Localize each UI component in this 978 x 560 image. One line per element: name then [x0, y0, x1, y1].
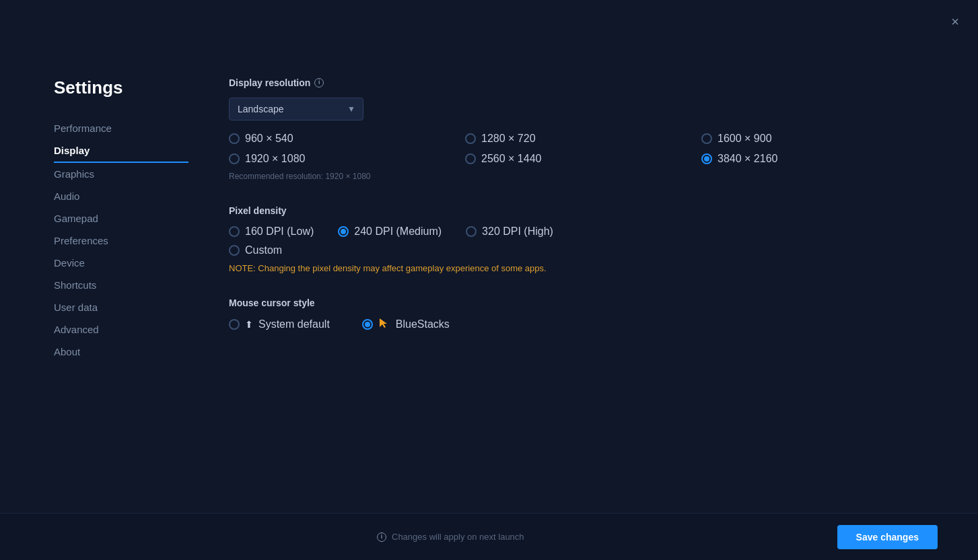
- sidebar-item-audio[interactable]: Audio: [54, 185, 188, 207]
- pixel-density-options: 160 DPI (Low) 240 DPI (Medium) 320 DPI (…: [229, 225, 938, 238]
- dpi-320[interactable]: 320 DPI (High): [466, 225, 553, 238]
- footer-info-icon: i: [377, 532, 386, 542]
- pixel-density-section: Pixel density 160 DPI (Low) 240 DPI (Med…: [229, 205, 938, 273]
- pixel-density-title: Pixel density: [229, 205, 938, 216]
- close-icon: ×: [951, 14, 959, 29]
- resolution-options: 960 × 540 1280 × 720 1600 × 900 1920 × 1…: [229, 133, 938, 165]
- dpi-custom[interactable]: Custom: [229, 244, 282, 256]
- pixel-density-custom-row: Custom: [229, 244, 938, 256]
- cursor-system-default[interactable]: ⬆ System default: [229, 318, 330, 330]
- dpi-240[interactable]: 240 DPI (Medium): [338, 225, 442, 238]
- footer-note: i Changes will apply on next launch: [377, 532, 524, 542]
- orientation-dropdown[interactable]: Landscape Portrait: [229, 98, 363, 120]
- sidebar-item-userdata[interactable]: User data: [54, 296, 188, 318]
- sidebar: Settings Performance Display Graphics Au…: [0, 40, 188, 560]
- cursor-options: ⬆ System default BlueStacks: [229, 318, 938, 331]
- dpi-160[interactable]: 160 DPI (Low): [229, 225, 314, 238]
- sidebar-item-graphics[interactable]: Graphics: [54, 163, 188, 185]
- settings-container: Settings Performance Display Graphics Au…: [0, 0, 978, 560]
- sidebar-item-display[interactable]: Display: [54, 139, 188, 163]
- footer-note-text: Changes will apply on next launch: [392, 532, 524, 542]
- save-changes-button[interactable]: Save changes: [837, 525, 938, 549]
- sidebar-item-gamepad[interactable]: Gamepad: [54, 207, 188, 230]
- display-resolution-section: Display resolution i Landscape Portrait …: [229, 77, 938, 181]
- sidebar-item-preferences[interactable]: Preferences: [54, 230, 188, 252]
- recommended-resolution-text: Recommended resolution: 1920 × 1080: [229, 172, 938, 181]
- mouse-cursor-section: Mouse cursor style ⬆ System default Blue…: [229, 298, 938, 331]
- page-title: Settings: [54, 77, 188, 98]
- orientation-dropdown-wrapper: Landscape Portrait ▼: [229, 98, 363, 120]
- sidebar-item-performance[interactable]: Performance: [54, 117, 188, 139]
- display-resolution-info-icon: i: [314, 78, 324, 88]
- resolution-1280x720[interactable]: 1280 × 720: [465, 133, 701, 145]
- resolution-1600x900[interactable]: 1600 × 900: [701, 133, 938, 145]
- resolution-960x540[interactable]: 960 × 540: [229, 133, 465, 145]
- mouse-cursor-title: Mouse cursor style: [229, 298, 938, 308]
- sidebar-item-device[interactable]: Device: [54, 252, 188, 274]
- system-cursor-icon: ⬆: [245, 319, 253, 330]
- close-button[interactable]: ×: [946, 12, 965, 31]
- cursor-bluestacks[interactable]: BlueStacks: [362, 318, 450, 331]
- display-resolution-title: Display resolution i: [229, 77, 938, 88]
- svg-marker-0: [380, 318, 387, 328]
- pixel-density-note: NOTE: Changing the pixel density may aff…: [229, 263, 938, 273]
- resolution-2560x1440[interactable]: 2560 × 1440: [465, 153, 701, 165]
- sidebar-item-advanced[interactable]: Advanced: [54, 318, 188, 341]
- sidebar-nav: Performance Display Graphics Audio Gamep…: [54, 117, 188, 363]
- resolution-3840x2160[interactable]: 3840 × 2160: [701, 153, 938, 165]
- footer: i Changes will apply on next launch Save…: [0, 513, 978, 560]
- sidebar-item-shortcuts[interactable]: Shortcuts: [54, 274, 188, 296]
- sidebar-item-about[interactable]: About: [54, 341, 188, 363]
- resolution-1920x1080[interactable]: 1920 × 1080: [229, 153, 465, 165]
- main-content: Display resolution i Landscape Portrait …: [188, 40, 978, 560]
- bluestacks-cursor-icon: [378, 318, 388, 331]
